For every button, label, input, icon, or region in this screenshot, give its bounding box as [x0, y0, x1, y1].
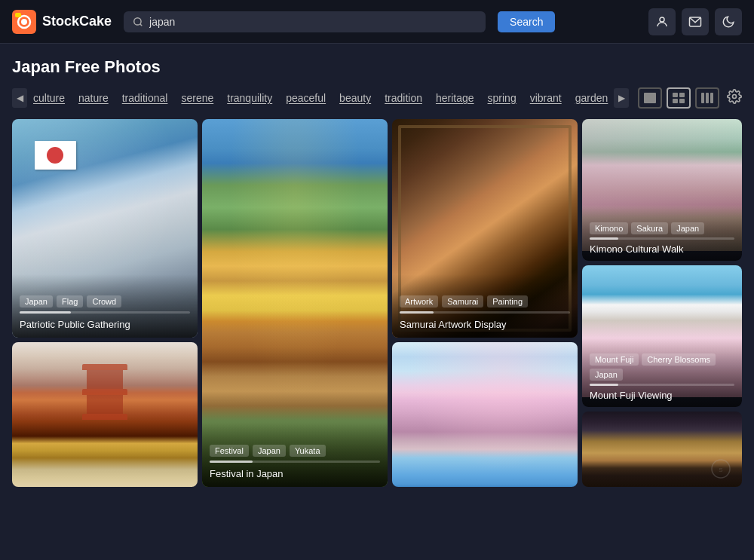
svg-text:S: S [719, 467, 722, 473]
tag-culture[interactable]: culture [33, 92, 65, 104]
layout-grid-button[interactable] [667, 87, 691, 109]
dark-mode-icon [722, 15, 735, 29]
tag-japan-2[interactable]: Japan [253, 445, 286, 457]
tag-yukata[interactable]: Yukata [290, 445, 326, 457]
user-icon [655, 15, 669, 29]
tag-flag[interactable]: Flag [57, 295, 83, 308]
tag-nature[interactable]: nature [78, 92, 109, 104]
svg-point-6 [660, 17, 664, 22]
layout-triple-icon [701, 93, 713, 103]
search-icon [133, 17, 143, 27]
tag-beauty[interactable]: beauty [339, 92, 371, 104]
tags-next-button[interactable]: ▶ [614, 88, 629, 108]
logo-icon [12, 10, 36, 34]
layout-grid-icon [673, 93, 685, 103]
tag-tranquility[interactable]: tranquility [227, 92, 272, 104]
tag-spring[interactable]: spring [488, 92, 516, 104]
tag-garden[interactable]: garden [575, 92, 608, 104]
header-icons [648, 8, 742, 35]
tag-crowd[interactable]: Crowd [87, 295, 121, 308]
svg-point-2 [21, 19, 27, 25]
photo-title-fuji: Mount Fuji Viewing [590, 390, 734, 401]
tags-container: culture nature traditional serene tranqu… [27, 92, 614, 104]
tag-festival[interactable]: Festival [210, 445, 249, 457]
tag-mount-fuji[interactable]: Mount Fuji [590, 353, 639, 366]
tag-vibrant[interactable]: vibrant [530, 92, 562, 104]
layout-controls [638, 87, 742, 109]
tag-serene[interactable]: serene [181, 92, 213, 104]
tag-samurai[interactable]: Samurai [442, 295, 483, 308]
tag-cherry-blossoms[interactable]: Cherry Blossoms [642, 353, 716, 366]
svg-line-5 [140, 23, 143, 26]
photo-card-shrine[interactable] [12, 342, 198, 487]
photo-card-cherry[interactable] [392, 342, 578, 487]
photo-grid: Japan Flag Crowd Patriotic Public Gather… [12, 119, 742, 487]
search-button[interactable]: Search [498, 11, 555, 32]
svg-point-4 [134, 17, 141, 24]
photo-title-kimono: Kimono Cultural Walk [590, 243, 734, 255]
photo-card-samurai[interactable]: Artwork Samurai Painting Samurai Artwork… [392, 119, 578, 338]
tag-japan-3[interactable]: Japan [671, 222, 704, 234]
tag-peaceful[interactable]: peaceful [286, 92, 326, 104]
tag-kimono[interactable]: Kimono [590, 222, 628, 234]
page-title: Japan Free Photos [12, 57, 742, 77]
tag-sakura[interactable]: Sakura [631, 222, 668, 234]
logo-text: StockCake [42, 14, 112, 29]
layout-single-icon [644, 93, 656, 103]
tag-heritage[interactable]: heritage [436, 92, 474, 104]
tags-row: ◀ culture nature traditional serene tran… [12, 87, 742, 109]
photo-card-fuji[interactable]: Mount Fuji Cherry Blossoms Japan Mount F… [582, 265, 742, 407]
tags-prev-button[interactable]: ◀ [12, 88, 27, 108]
tag-painting[interactable]: Painting [487, 295, 528, 308]
right-column: Kimono Sakura Japan Kimono Cultural Walk [582, 119, 742, 487]
gear-icon [727, 89, 742, 104]
settings-button[interactable] [727, 89, 742, 108]
photo-title-flag: Patriotic Public Gathering [20, 319, 190, 330]
user-icon-button[interactable] [648, 8, 676, 35]
photo-card-shop[interactable]: S [582, 412, 742, 487]
layout-single-button[interactable] [638, 87, 662, 109]
logo: StockCake [12, 10, 112, 34]
tag-tradition[interactable]: tradition [385, 92, 422, 104]
tag-artwork[interactable]: Artwork [400, 295, 438, 308]
tag-traditional[interactable]: traditional [122, 92, 168, 104]
photo-card-japan-flag[interactable]: Japan Flag Crowd Patriotic Public Gather… [12, 119, 198, 338]
main-content: Japan Free Photos ◀ culture nature tradi… [0, 44, 754, 499]
search-input[interactable] [149, 16, 477, 28]
svg-point-8 [733, 94, 737, 98]
photo-card-kimono[interactable]: Kimono Sakura Japan Kimono Cultural Walk [582, 119, 742, 261]
search-bar [124, 11, 486, 32]
tag-japan[interactable]: Japan [20, 295, 53, 308]
mail-icon-button[interactable] [682, 8, 709, 35]
tag-japan-4[interactable]: Japan [590, 369, 623, 381]
svg-rect-3 [15, 13, 21, 17]
mail-icon [688, 15, 702, 29]
layout-triple-button[interactable] [695, 87, 719, 109]
photo-card-festival[interactable]: Festival Japan Yukata Festival in Japan [202, 119, 388, 487]
photo-title-festival: Festival in Japan [210, 468, 380, 479]
dark-mode-button[interactable] [715, 8, 742, 35]
header: StockCake Search [0, 0, 754, 44]
photo-title-samurai: Samurai Artwork Display [400, 319, 570, 330]
